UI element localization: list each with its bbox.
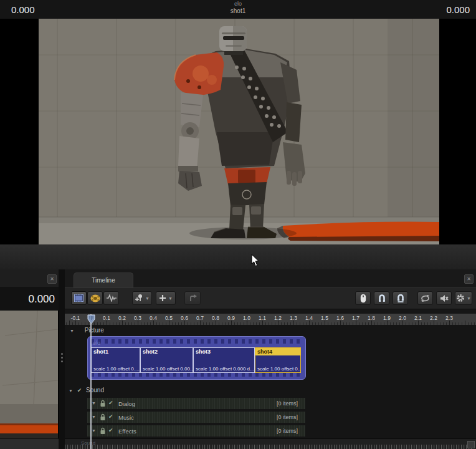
subtrack-label: Effects [118, 428, 136, 435]
mute-icon [440, 294, 449, 302]
scene-render-svg [39, 19, 439, 244]
transport-bar: [ ] [0, 244, 476, 270]
timeline-toolbar: ▼ ▼ [65, 287, 476, 309]
overview-ticks [65, 445, 474, 449]
picture-track-strip[interactable]: elo shot1 scale 1.00 offset 0.... shot2 … [87, 336, 306, 380]
lock-icon[interactable] [100, 400, 106, 407]
subtrack-label: Music [118, 414, 134, 421]
check-icon[interactable]: ✔ [77, 387, 82, 393]
vertical-splitter-handle[interactable] [59, 353, 65, 362]
lock-icon[interactable] [100, 427, 106, 435]
clip-props: scale 1.00 offset 0.00... [143, 366, 193, 372]
subtrack-item-count: [0 items] [277, 414, 298, 420]
reel-icon [90, 294, 100, 302]
mouse-icon [360, 294, 366, 303]
clip-props: scale 1.00 offset 0.... [93, 366, 140, 372]
sound-track-header[interactable]: ▼ ✔ Sound [69, 387, 104, 393]
clip-title: shot3 [194, 348, 254, 355]
audio-waveform-button[interactable] [103, 291, 119, 305]
lock-icon[interactable] [100, 413, 106, 421]
check-icon[interactable]: ✔ [108, 400, 113, 406]
secondary-viewer-tabstrip: ✕ [0, 269, 59, 287]
subtrack-item-count: [0 items] [277, 400, 298, 407]
collapse-triangle-icon: ▼ [69, 389, 73, 393]
clip-props: scale 1.00 offset 0.000 d... [196, 366, 254, 372]
secondary-timecode-value: 0.000 [28, 293, 55, 306]
sound-track-label: Sound [86, 387, 104, 393]
sequence-ghost-label: elo [93, 340, 100, 346]
secondary-viewer-panel: ✕ 0.000 camera1 ▼ [0, 269, 59, 449]
timeline-tracks-area: ▼ Picture elo shot1 scale 1.00 offset 0.… [65, 325, 476, 438]
timeline-tabstrip: Timeline ✕ [65, 269, 476, 287]
timeline-settings-button[interactable]: ▼ [455, 291, 472, 305]
clip-shot2[interactable]: shot2 scale 1.00 offset 0.00... [140, 347, 193, 373]
timeline-detach-button[interactable]: ✕ [464, 274, 474, 284]
subtrack-effects[interactable]: ▼ ✔ Effects [0 items] [87, 425, 305, 437]
add-marker-icon [135, 294, 143, 302]
playhead-marker[interactable] [87, 314, 95, 324]
reel-view-button[interactable] [87, 291, 103, 305]
collapse-triangle-icon[interactable]: ▼ [92, 415, 96, 419]
clip-shot1[interactable]: shot1 scale 1.00 offset 0.... [91, 347, 140, 373]
sequence-info: elo shot1 [0, 1, 476, 16]
subtrack-item-count: [0 items] [277, 428, 298, 434]
magnet-frame-icon [396, 294, 405, 302]
clip-title: shot2 [141, 348, 193, 355]
project-name-label: elo [0, 1, 476, 7]
collapse-triangle-icon[interactable]: ▼ [92, 401, 96, 405]
add-track-button[interactable]: ▼ [156, 291, 176, 305]
clip-shot4-selected[interactable]: shot4 scale 1.00 offset 0... [255, 347, 301, 373]
vertical-splitter[interactable] [59, 269, 65, 449]
mouse-cursor [251, 254, 260, 267]
filmstrip-icon [74, 294, 83, 302]
check-icon[interactable]: ✔ [108, 427, 113, 433]
picture-track-header[interactable]: ▼ Picture [70, 327, 104, 334]
secondary-timecode: 0.000 [0, 287, 59, 311]
waveform-icon [107, 294, 117, 302]
viewer-header-bar: 0.000 elo shot1 0.000 [0, 0, 476, 19]
secondary-viewport[interactable] [0, 311, 59, 438]
timeline-ruler[interactable]: -0.100.10.20.30.40.50.60.70.80.91.01.11.… [65, 314, 476, 326]
clip-title: shot1 [92, 348, 140, 355]
mute-audio-button[interactable] [436, 291, 452, 305]
application-window: 0.000 elo shot1 0.000 [0, 0, 476, 449]
mouse-mode-button[interactable] [355, 291, 371, 305]
playhead-line[interactable] [90, 314, 92, 449]
return-arrow-icon [189, 294, 197, 302]
timeline-scroll-corner[interactable] [467, 441, 475, 448]
viewport-3d[interactable] [0, 19, 476, 244]
viewport-render [39, 19, 439, 244]
snap-to-clip-button[interactable] [374, 291, 389, 305]
gear-icon [456, 294, 465, 302]
collapse-triangle-icon[interactable]: ▼ [92, 428, 96, 433]
add-icon [159, 294, 166, 302]
panel-detach-button[interactable]: ✕ [47, 274, 57, 284]
timeline-panel: Timeline ✕ [65, 269, 476, 449]
loop-icon [421, 295, 430, 302]
timeline-overview-strip[interactable]: Sound [65, 438, 476, 449]
secondary-render-svg [0, 311, 58, 438]
chevron-down-icon: ▼ [145, 296, 150, 301]
collapse-triangle-icon: ▼ [70, 329, 74, 333]
tab-timeline[interactable]: Timeline [74, 273, 133, 287]
magnet-icon [378, 294, 386, 302]
tab-timeline-label: Timeline [92, 277, 115, 284]
add-marker-button[interactable]: ▼ [132, 291, 152, 305]
move-up-level-button[interactable] [184, 291, 201, 305]
clip-title: shot4 [255, 348, 300, 355]
current-shot-label: shot1 [0, 7, 476, 16]
snap-to-frame-button[interactable] [393, 291, 408, 305]
video-view-button[interactable] [71, 291, 87, 305]
timecode-right: 0.000 [446, 4, 470, 15]
close-icon: ✕ [467, 276, 471, 282]
clip-props: scale 1.00 offset 0... [257, 366, 301, 372]
check-icon[interactable]: ✔ [108, 413, 113, 420]
secondary-viewer-toolbar: camera1 ▼ ▼ [0, 438, 59, 449]
ruler-major-ticks [65, 321, 476, 325]
subtrack-music[interactable]: ▼ ✔ Music [0 items] [87, 412, 305, 423]
film-sprockets-top [91, 339, 302, 344]
picture-track-label: Picture [85, 327, 104, 334]
loop-playback-button[interactable] [417, 291, 433, 305]
clip-shot3[interactable]: shot3 scale 1.00 offset 0.000 d... [193, 347, 255, 373]
subtrack-dialog[interactable]: ▼ ✔ Dialog [0 items] [87, 398, 305, 409]
